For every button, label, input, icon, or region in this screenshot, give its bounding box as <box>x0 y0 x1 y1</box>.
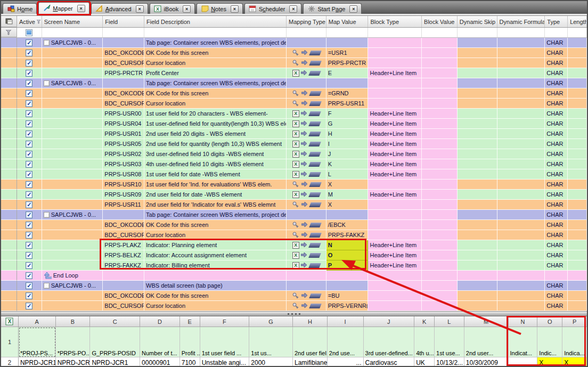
cell-field-description[interactable]: WBS detail screen (tab page) <box>144 281 287 291</box>
filter-cell[interactable] <box>17 28 42 37</box>
cell-dynamic-formula[interactable] <box>497 301 545 311</box>
cell-screen-name[interactable] <box>42 48 103 58</box>
cell-map-value[interactable]: E <box>326 68 369 78</box>
cell-field-description[interactable]: Profit Center <box>144 68 287 78</box>
cell-screen-name[interactable] <box>42 159 103 169</box>
cell-active[interactable]: ✓ <box>17 48 42 58</box>
cell-type[interactable]: CHAR <box>545 88 568 99</box>
cell-active[interactable]: ✓ <box>17 260 42 271</box>
cell-field[interactable]: PRPS-FAKKZ <box>103 260 144 271</box>
column-header-dynamic-formula[interactable]: Dynamic Formula <box>497 16 545 27</box>
cell-length[interactable] <box>568 291 587 301</box>
cell-active[interactable]: ✓ <box>17 271 42 281</box>
cell-field-description[interactable]: OK Code for this screen <box>144 291 287 301</box>
cell-dynamic-skip[interactable] <box>458 139 497 149</box>
cell-dynamic-formula[interactable] <box>497 210 545 220</box>
cell-field-description[interactable]: 1st user field for 20 characters - WBS e… <box>144 109 287 119</box>
cell-block-value[interactable] <box>422 88 458 99</box>
cell-dynamic-formula[interactable] <box>497 129 545 139</box>
cell-block-value[interactable] <box>422 291 458 301</box>
cell-dynamic-skip[interactable] <box>458 210 497 220</box>
sheet-col-header-o[interactable]: O <box>537 316 562 327</box>
cell-field-description[interactable]: 2nd user field 20 digits - WBS element <box>144 129 287 139</box>
cell-screen-name[interactable]: SAPLCJWB - 0... <box>42 281 103 291</box>
cell-mapping-type[interactable]: X <box>287 250 326 260</box>
cell-block-value[interactable] <box>422 159 458 169</box>
sheet-cell-d1[interactable]: Number of t... <box>140 327 180 357</box>
sheet-cell-g1[interactable]: 1st us... <box>249 327 293 357</box>
cell-map-value[interactable] <box>326 78 369 88</box>
cell-dynamic-skip[interactable] <box>458 301 497 311</box>
cell-mapping-type[interactable] <box>287 301 326 311</box>
cell-map-value[interactable] <box>326 210 369 220</box>
cell-block-type[interactable] <box>368 220 422 230</box>
sheet-cell-p2[interactable]: X <box>562 357 587 367</box>
cell-screen-name[interactable]: SAPLCJWB - 0... <box>42 210 103 220</box>
sheet-cell-i1[interactable]: 2nd use... <box>328 327 364 357</box>
cell-map-value[interactable]: =GRND <box>326 88 369 99</box>
cell-mapping-type[interactable] <box>287 180 326 190</box>
cell-active[interactable]: ✓ <box>17 200 42 210</box>
cell-field-description[interactable]: Indicator: Account assignment element <box>144 250 287 260</box>
row-handle[interactable] <box>1 260 17 271</box>
cell-dynamic-skip[interactable] <box>458 48 497 58</box>
cell-active[interactable]: ✓ <box>17 139 42 149</box>
cell-map-value[interactable]: K <box>326 159 369 169</box>
close-icon[interactable]: × <box>77 5 85 12</box>
cell-dynamic-skip[interactable] <box>458 190 497 200</box>
cell-field-description[interactable]: Tab page: Container screen WBS elements,… <box>144 210 287 220</box>
cell-screen-name[interactable] <box>42 240 103 250</box>
cell-screen-name[interactable] <box>42 250 103 260</box>
filter-cell[interactable] <box>42 28 103 37</box>
cell-dynamic-formula[interactable] <box>497 260 545 271</box>
cell-block-value[interactable] <box>422 99 458 109</box>
cell-block-value[interactable] <box>422 149 458 159</box>
sheet-cell-j2[interactable]: Cardiovasc <box>364 357 415 367</box>
cell-dynamic-skip[interactable] <box>458 38 497 48</box>
sheet-cell-a1[interactable]: *PROJ-PS... <box>19 327 56 357</box>
cell-mapping-type[interactable] <box>287 88 326 99</box>
cell-map-value[interactable]: /EBCK <box>326 220 369 230</box>
cell-mapping-type[interactable]: X <box>287 169 326 180</box>
cell-length[interactable] <box>568 240 587 250</box>
cell-block-value[interactable] <box>422 38 458 48</box>
sheet-col-header-l[interactable]: L <box>435 316 464 327</box>
cell-dynamic-formula[interactable] <box>497 68 545 78</box>
column-header-mapping-type[interactable]: Mapping Type <box>287 16 326 27</box>
active-checkbox[interactable]: ✓ <box>26 131 32 137</box>
cell-block-type[interactable] <box>368 88 422 99</box>
cell-screen-name[interactable] <box>42 58 103 68</box>
cell-map-value[interactable]: =BU <box>326 291 369 301</box>
sheet-cell-i2[interactable]: ... <box>328 357 364 367</box>
cell-map-value[interactable]: PRPS-FAKKZ <box>326 230 369 240</box>
sheet-col-header-m[interactable]: M <box>464 316 509 327</box>
cell-length[interactable] <box>568 159 587 169</box>
cell-active[interactable]: ✓ <box>17 129 42 139</box>
cell-map-value[interactable]: O <box>326 250 369 260</box>
cell-type[interactable]: CHAR <box>545 119 568 129</box>
cell-map-value[interactable]: X <box>326 200 369 210</box>
cell-active[interactable]: ✓ <box>17 159 42 169</box>
cell-map-value[interactable]: F <box>326 109 369 119</box>
tab-start-page[interactable]: Start Page× <box>303 3 362 14</box>
cell-field-description[interactable]: 2nd user field for 'Indicator for eval.s… <box>144 200 287 210</box>
cell-block-type[interactable] <box>368 210 422 220</box>
sheet-cell-e2[interactable]: 7100 <box>180 357 200 367</box>
cell-type[interactable]: CHAR <box>545 240 568 250</box>
cell-block-value[interactable] <box>422 301 458 311</box>
cell-active[interactable]: ✓ <box>17 180 42 190</box>
cell-type[interactable]: CHAR <box>545 169 568 180</box>
cell-type[interactable]: CHAR <box>545 210 568 220</box>
column-header-dynamic-skip[interactable]: Dynamic Skip <box>458 16 497 27</box>
cell-length[interactable] <box>568 99 587 109</box>
cell-length[interactable] <box>568 301 587 311</box>
active-checkbox[interactable]: ✓ <box>26 181 32 188</box>
tab-advanced[interactable]: Advanced× <box>91 3 148 14</box>
cell-field-description[interactable]: Indicator: Billing element <box>144 260 287 271</box>
tab-mapper[interactable]: Mapper× <box>38 2 89 14</box>
cell-map-value[interactable]: PRPS-VERNR(... <box>326 301 369 311</box>
cell-field[interactable]: PRPS-USR05 <box>103 139 144 149</box>
column-header-length[interactable]: Length <box>568 16 587 27</box>
cell-dynamic-formula[interactable] <box>497 119 545 129</box>
cell-screen-name[interactable] <box>42 169 103 180</box>
